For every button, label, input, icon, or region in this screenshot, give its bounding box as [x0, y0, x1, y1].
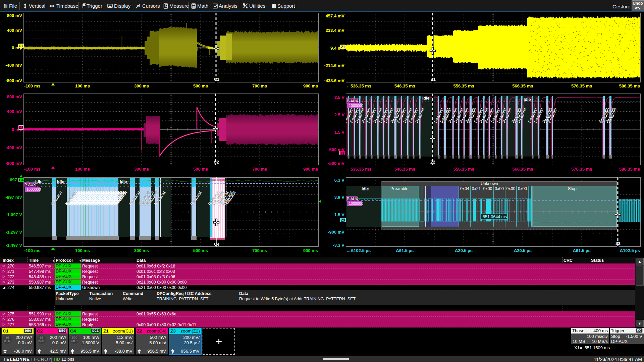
svg-text:1000000: 1000000	[349, 201, 363, 205]
svg-text:1000000: 1000000	[349, 104, 363, 108]
svg-text:Preamble: Preamble	[390, 186, 409, 191]
svg-text:Stop: Stop	[568, 186, 577, 191]
svg-text:C2: C2	[214, 160, 219, 165]
svg-text:0x00: 0x00	[506, 186, 515, 191]
svg-text:Z1: Z1	[431, 77, 436, 82]
svg-text:0x00: 0x00	[518, 186, 527, 191]
svg-text:C1: C1	[214, 77, 219, 82]
svg-text:Idle: Idle	[422, 96, 430, 101]
svg-text:0x00: 0x00	[483, 186, 492, 191]
svg-text:P-AUX: P-AUX	[347, 197, 358, 201]
svg-text:P-AUX: P-AUX	[24, 183, 36, 187]
svg-text:Z2: Z2	[430, 160, 435, 165]
svg-text:551.0644 ms: 551.0644 ms	[483, 215, 507, 219]
svg-text:Idle: Idle	[57, 179, 64, 184]
svg-text:C4: C4	[214, 242, 219, 247]
svg-text:0x00: 0x00	[495, 186, 504, 191]
svg-text:P-AUX: P-AUX	[347, 99, 358, 103]
svg-text:Z3: Z3	[615, 241, 621, 246]
svg-text:Idle: Idle	[35, 179, 43, 184]
svg-text:1000000: 1000000	[26, 187, 41, 191]
svg-text:0x04: 0x04	[460, 186, 469, 191]
svg-text:Idle: Idle	[362, 187, 369, 191]
svg-text:0x21: 0x21	[472, 186, 481, 191]
svg-text:Unknown: Unknown	[481, 181, 498, 186]
svg-text:Idle: Idle	[120, 179, 127, 184]
svg-text:Idle: Idle	[524, 97, 531, 102]
